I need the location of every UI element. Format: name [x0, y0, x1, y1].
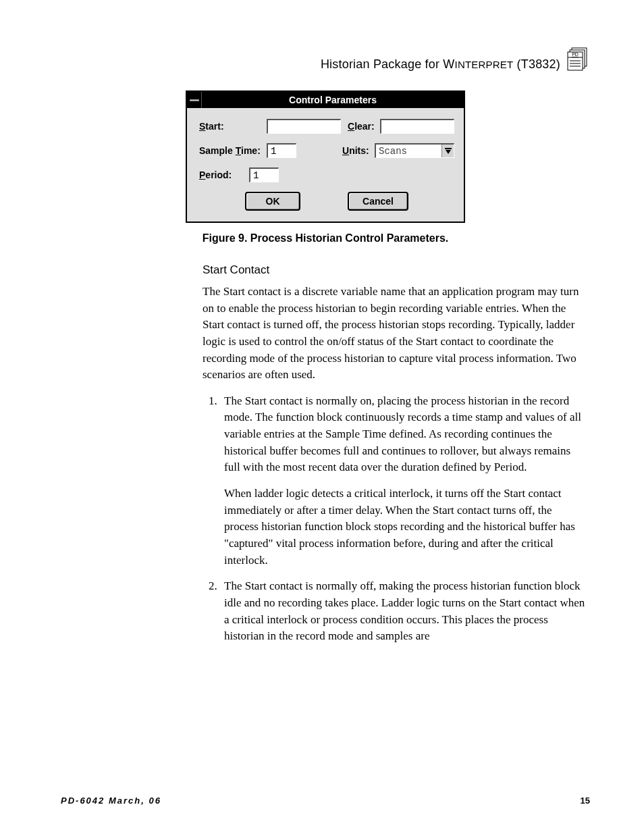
units-dropdown[interactable]: Scans [375, 143, 454, 158]
page: Historian Package for WINTERPRET (T3832)… [0, 0, 644, 834]
page-header: Historian Package for WINTERPRET (T3832)… [61, 47, 590, 72]
page-number: 15 [581, 796, 590, 806]
dialog-titlebar: Control Parameters [187, 92, 464, 108]
start-input[interactable] [267, 119, 341, 134]
clear-input[interactable] [380, 119, 454, 134]
period-input[interactable]: 1 [249, 167, 279, 182]
footer-doc-id: PD-6042 March, 06 [61, 796, 161, 806]
dialog-title: Control Parameters [202, 95, 464, 105]
list-item: The Start contact is normally on, placin… [220, 393, 587, 569]
cancel-button[interactable]: Cancel [348, 192, 408, 211]
list-paragraph: The Start contact is normally on, placin… [224, 393, 587, 476]
header-text: Historian Package for WINTERPRET (T3832) [321, 57, 560, 72]
intro-paragraph: The Start contact is a discrete variable… [203, 284, 587, 384]
pd-document-icon: PD [566, 47, 590, 72]
scenario-list: The Start contact is normally on, placin… [203, 393, 587, 645]
pd-icon-label: PD [572, 52, 579, 57]
sample-time-label: Sample Time: [199, 145, 267, 156]
figure-caption: Figure 9. Process Historian Control Para… [61, 232, 590, 244]
system-menu-icon[interactable] [187, 92, 202, 108]
section-heading: Start Contact [203, 263, 587, 277]
list-item: The Start contact is normally off, makin… [220, 578, 587, 645]
start-label: Start: [199, 121, 267, 132]
units-value: Scans [376, 145, 441, 157]
sample-time-input[interactable]: 1 [267, 143, 296, 158]
page-footer: PD-6042 March, 06 15 [61, 796, 590, 806]
dropdown-arrow-icon[interactable] [441, 145, 454, 157]
list-paragraph: When ladder logic detects a critical int… [224, 486, 587, 569]
control-parameters-dialog: Control Parameters Start: Clear: Sample … [186, 90, 465, 223]
dialog-body: Start: Clear: Sample Time: 1 Units: Scan… [187, 108, 464, 221]
units-label: Units: [342, 145, 375, 156]
list-paragraph: The Start contact is normally off, makin… [224, 578, 587, 645]
ok-button[interactable]: OK [245, 192, 300, 211]
svg-marker-8 [446, 150, 451, 154]
body-content: Start Contact The Start contact is a dis… [203, 263, 587, 645]
period-label: Period: [199, 170, 249, 180]
clear-label: Clear: [348, 121, 380, 132]
